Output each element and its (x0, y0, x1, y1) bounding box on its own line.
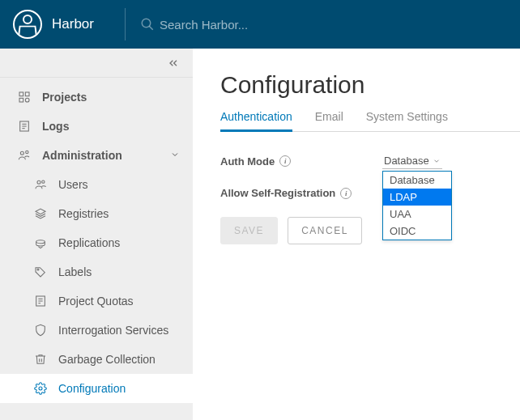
labels-icon (34, 265, 47, 278)
search[interactable] (140, 17, 305, 32)
svg-line-1 (149, 26, 153, 30)
users-icon (34, 178, 47, 191)
app-header: Harbor (0, 0, 520, 49)
form-actions: SAVE CANCEL (220, 217, 520, 244)
sidebar-item-administration[interactable]: Administration (0, 141, 193, 170)
sidebar-item-label: Interrogation Services (58, 324, 168, 337)
sidebar-item-label: Garbage Collection (58, 353, 156, 366)
self-registration-label-text: Allow Self-Registration (220, 187, 335, 199)
svg-point-0 (142, 19, 151, 28)
auth-mode-option-uaa[interactable]: UAA (383, 206, 451, 223)
auth-mode-value: Database (384, 155, 429, 167)
sidebar-collapse[interactable] (0, 49, 193, 78)
logs-icon (18, 120, 31, 133)
replications-icon (34, 236, 47, 249)
sidebar-item-label: Logs (42, 120, 69, 133)
svg-rect-2 (19, 92, 23, 96)
auth-mode-row: Auth Mode i Database Database LDAP UAA O… (220, 153, 520, 169)
auth-mode-dropdown: Database LDAP UAA OIDC (382, 171, 452, 240)
sidebar-item-label: Registries (58, 207, 109, 220)
svg-point-14 (36, 240, 45, 244)
gear-icon (34, 382, 47, 395)
sidebar-item-label: Labels (58, 265, 92, 278)
svg-point-15 (37, 269, 39, 270)
svg-rect-3 (25, 92, 29, 96)
info-icon[interactable]: i (340, 188, 352, 199)
sidebar-item-garbage-collection[interactable]: Garbage Collection (0, 345, 193, 374)
svg-point-5 (25, 98, 29, 102)
auth-mode-label-text: Auth Mode (220, 155, 275, 168)
tab-email[interactable]: Email (315, 110, 343, 131)
svg-point-13 (42, 180, 45, 183)
sidebar-item-replications[interactable]: Replications (0, 228, 193, 257)
sidebar: Projects Logs Administration (0, 49, 193, 420)
projects-icon (18, 91, 31, 104)
svg-point-11 (26, 151, 28, 153)
sidebar-item-projects[interactable]: Projects (0, 83, 193, 112)
self-registration-row: Allow Self-Registration i (220, 187, 520, 199)
sidebar-item-label: Projects (42, 91, 87, 104)
self-registration-label: Allow Self-Registration i (220, 187, 382, 199)
sidebar-item-logs[interactable]: Logs (0, 112, 193, 141)
sidebar-item-configuration[interactable]: Configuration (0, 374, 193, 403)
harbor-logo-icon (13, 10, 42, 39)
chevron-down-icon (170, 149, 180, 162)
shield-icon (34, 324, 47, 337)
svg-rect-4 (19, 98, 23, 102)
auth-mode-label: Auth Mode i (220, 155, 382, 168)
auth-mode-option-ldap[interactable]: LDAP (383, 189, 451, 206)
auth-mode-select[interactable]: Database Database LDAP UAA OIDC (382, 153, 442, 169)
sidebar-item-registries[interactable]: Registries (0, 199, 193, 228)
chevron-double-left-icon (167, 57, 180, 70)
sidebar-item-label: Users (58, 178, 88, 191)
search-icon (140, 17, 155, 32)
chevron-down-icon (433, 157, 441, 165)
tab-authentication[interactable]: Authentication (220, 110, 292, 132)
quotas-icon (34, 295, 47, 308)
sidebar-item-labels[interactable]: Labels (0, 257, 193, 286)
info-icon[interactable]: i (279, 155, 291, 167)
auth-mode-option-oidc[interactable]: OIDC (383, 223, 451, 240)
svg-point-12 (37, 180, 40, 184)
tab-system-settings[interactable]: System Settings (366, 110, 448, 131)
auth-mode-option-database[interactable]: Database (383, 172, 451, 189)
config-tabs: Authentication Email System Settings (220, 110, 520, 132)
sidebar-item-label: Project Quotas (58, 295, 134, 308)
page-title: Configuration (220, 71, 520, 99)
main-content: Configuration Authentication Email Syste… (193, 49, 520, 420)
svg-point-20 (39, 387, 42, 390)
sidebar-item-label: Administration (42, 149, 122, 162)
sidebar-item-interrogation[interactable]: Interrogation Services (0, 316, 193, 345)
administration-icon (18, 149, 31, 162)
header-divider (125, 8, 126, 40)
sidebar-item-label: Replications (58, 236, 120, 249)
trash-icon (34, 353, 47, 366)
registries-icon (34, 207, 47, 220)
svg-point-10 (20, 151, 23, 155)
save-button[interactable]: SAVE (220, 217, 278, 244)
search-input[interactable] (160, 18, 305, 32)
sidebar-item-users[interactable]: Users (0, 170, 193, 199)
brand-name: Harbor (52, 16, 94, 32)
sidebar-item-label: Configuration (58, 382, 126, 395)
cancel-button[interactable]: CANCEL (288, 217, 362, 244)
sidebar-item-project-quotas[interactable]: Project Quotas (0, 286, 193, 316)
